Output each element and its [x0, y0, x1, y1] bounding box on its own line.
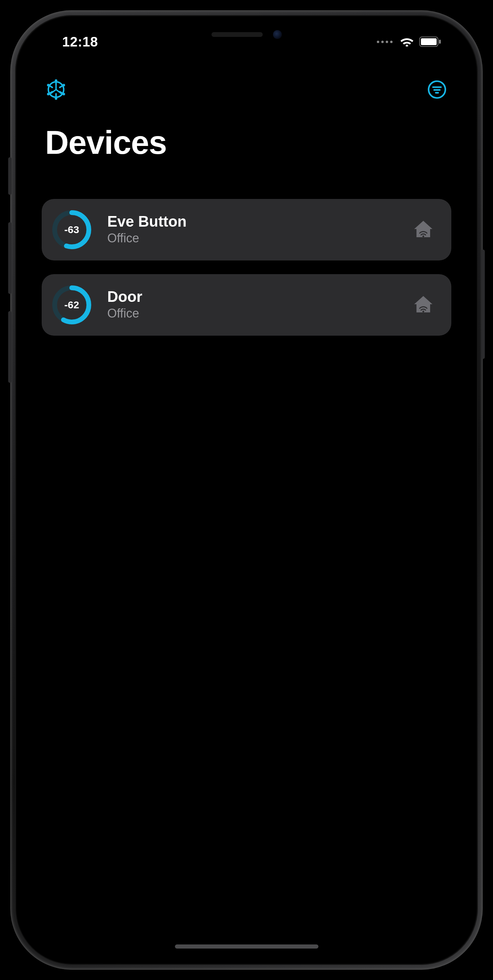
- home-icon: [412, 293, 434, 317]
- wifi-icon: [400, 37, 414, 47]
- phone-frame: 12:18: [10, 10, 483, 970]
- device-room: Office: [107, 231, 412, 247]
- cellular-dots-icon: [377, 41, 393, 43]
- gear-icon: [46, 79, 66, 101]
- device-text: Door Office: [107, 288, 412, 321]
- battery-icon: [419, 37, 441, 47]
- filter-icon: [427, 80, 447, 100]
- device-room: Office: [107, 305, 412, 321]
- screen: 12:18: [21, 21, 472, 959]
- device-row[interactable]: -62 Door Office: [42, 274, 451, 336]
- svg-rect-2: [439, 40, 441, 44]
- settings-button[interactable]: [45, 79, 67, 101]
- svg-point-4: [55, 79, 57, 82]
- volume-up-button: [8, 222, 12, 294]
- signal-ring: -62: [51, 285, 92, 325]
- device-name: Door: [107, 288, 412, 305]
- svg-rect-1: [421, 38, 437, 45]
- volume-down-button: [8, 311, 12, 383]
- side-button: [481, 250, 485, 359]
- signal-ring: -63: [51, 209, 92, 250]
- device-text: Eve Button Office: [107, 213, 412, 246]
- signal-value: -62: [51, 285, 92, 325]
- device-row[interactable]: -63 Eve Button Office: [42, 199, 451, 261]
- status-time: 12:18: [62, 34, 98, 49]
- status-right: [377, 37, 441, 47]
- filter-button[interactable]: [426, 79, 448, 101]
- svg-point-16: [422, 235, 424, 237]
- home-icon: [412, 218, 434, 241]
- notch: [154, 21, 339, 48]
- signal-value: -63: [51, 209, 92, 250]
- home-indicator[interactable]: [175, 945, 319, 948]
- front-camera: [273, 30, 282, 39]
- svg-point-19: [422, 311, 424, 312]
- page-title: Devices: [45, 124, 167, 161]
- speaker-grille: [211, 32, 263, 37]
- svg-point-5: [55, 97, 57, 100]
- mute-switch: [8, 157, 12, 195]
- svg-point-9: [62, 92, 65, 95]
- phone-bezel: 12:18: [15, 15, 478, 965]
- svg-point-8: [47, 92, 50, 95]
- device-list: -63 Eve Button Office -62 Door: [42, 199, 451, 336]
- svg-point-7: [62, 84, 65, 86]
- nav-bar: [21, 79, 472, 101]
- device-name: Eve Button: [107, 213, 412, 231]
- svg-point-6: [47, 84, 50, 86]
